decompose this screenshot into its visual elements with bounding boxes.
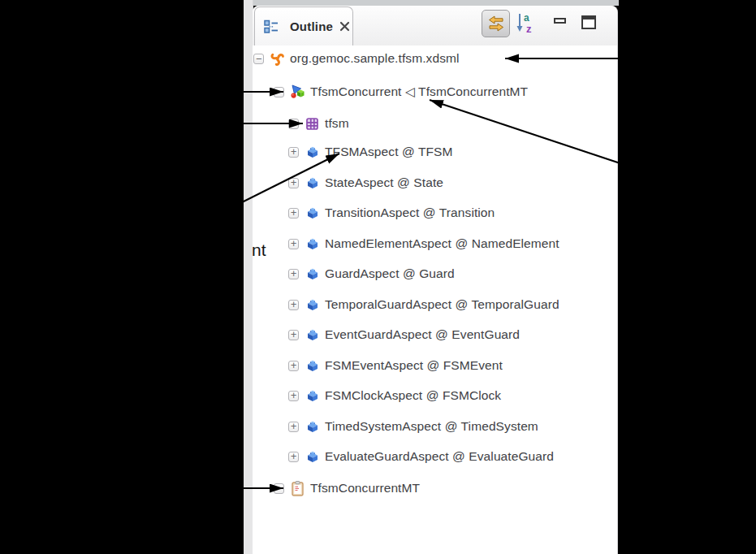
aspect-icon: [305, 449, 320, 465]
expand-toggle[interactable]: [288, 119, 299, 129]
tree-item-label: TemporalGuardAspect @ TemporalGuard: [325, 297, 559, 312]
tree-item[interactable]: + GuardAspect @ Guard: [288, 262, 455, 285]
tree-item[interactable]: − org.gemoc.sample.tfsm.xdsml: [253, 47, 460, 70]
sort-az-icon: a z: [515, 11, 536, 37]
view-tabbar: Outline: [253, 6, 617, 45]
tree-item[interactable]: + NamedElementAspect @ NamedElement: [288, 232, 559, 255]
tree-item[interactable]: TfsmConcurrentMT: [274, 477, 420, 500]
tree-item[interactable]: tfsm: [288, 112, 349, 135]
tab-outline[interactable]: Outline: [254, 6, 353, 45]
partial-annotation-label: nt: [252, 240, 266, 260]
tree-item-label: tfsm: [325, 116, 349, 131]
tree-item-label: EventGuardAspect @ EventGuard: [325, 327, 520, 342]
aspect-icon: [305, 388, 320, 404]
tree-item-label: FSMEventAspect @ FSMEvent: [325, 358, 503, 373]
concurrent-engine-icon: [290, 84, 305, 100]
expand-toggle[interactable]: +: [288, 300, 299, 310]
aspect-icon: [305, 206, 320, 221]
gemoc-xdsml-icon: [270, 51, 285, 67]
screenshot-stage: Outline a z: [0, 0, 756, 554]
tree-item[interactable]: + StateAspect @ State: [288, 171, 443, 194]
aspect-icon: [305, 175, 320, 191]
link-with-editor-icon: [487, 15, 505, 32]
aspect-icon: [305, 145, 320, 160]
expand-toggle[interactable]: [274, 87, 284, 97]
tree-item-label: NamedElementAspect @ NamedElement: [325, 236, 559, 251]
window-top-strip: [244, 0, 619, 6]
tree-item[interactable]: + FSMClockAspect @ FSMClock: [288, 384, 501, 407]
aspect-icon: [305, 297, 320, 313]
aspect-icon: [305, 419, 320, 435]
outline-tree-icon: [263, 19, 279, 34]
tab-outline-label: Outline: [290, 19, 333, 33]
aspect-icon: [305, 358, 320, 374]
tree-item-label: TFSMAspect @ TFSM: [325, 145, 453, 159]
tree-item[interactable]: + TFSMAspect @ TFSM: [288, 141, 453, 163]
expand-toggle[interactable]: +: [288, 452, 299, 462]
tree-item-label: GuardAspect @ Guard: [325, 266, 455, 281]
svg-text:z: z: [526, 23, 532, 35]
epackage-icon: [305, 116, 320, 132]
svg-text:a: a: [524, 12, 529, 24]
tree-item-label: TfsmConcurrentMT: [310, 481, 420, 496]
maximize-icon[interactable]: [581, 15, 596, 29]
tree-item-label: org.gemoc.sample.tfsm.xdsml: [290, 51, 460, 66]
expand-toggle[interactable]: +: [288, 391, 299, 401]
aspect-icon: [305, 327, 320, 343]
expand-toggle[interactable]: +: [288, 269, 299, 279]
expand-toggle[interactable]: +: [288, 330, 299, 340]
expand-toggle[interactable]: +: [288, 208, 299, 219]
tree-item[interactable]: TfsmConcurrent ◁ TfsmConcurrentMT: [274, 80, 528, 103]
link-with-editor-button[interactable]: [482, 10, 510, 37]
tree-item[interactable]: + EventGuardAspect @ EventGuard: [288, 323, 520, 346]
tree-item[interactable]: + FSMEventAspect @ FSMEvent: [288, 354, 503, 377]
tree-item-label: TransitionAspect @ Transition: [325, 206, 495, 220]
expand-toggle[interactable]: +: [288, 178, 299, 188]
aspect-icon: [305, 236, 320, 252]
tree-item-label: FSMClockAspect @ FSMClock: [325, 388, 501, 403]
close-icon[interactable]: [339, 21, 350, 32]
expand-toggle[interactable]: −: [253, 54, 264, 64]
expand-toggle[interactable]: +: [288, 422, 299, 432]
aspect-icon: [305, 266, 320, 282]
expand-toggle[interactable]: +: [288, 147, 299, 158]
tree-item-label: StateAspect @ State: [325, 175, 443, 190]
expand-toggle[interactable]: +: [288, 239, 299, 249]
minimize-icon[interactable]: [554, 18, 566, 24]
tree-item[interactable]: + TimedSystemAspect @ TimedSystem: [288, 415, 538, 438]
expand-toggle[interactable]: [274, 483, 284, 494]
tree-item-label: EvaluateGuardAspect @ EvaluateGuard: [325, 449, 554, 464]
tree-item-label: TimedSystemAspect @ TimedSystem: [325, 419, 538, 434]
sort-alphabetically-button[interactable]: a z: [515, 11, 536, 37]
tree-item[interactable]: + EvaluateGuardAspect @ EvaluateGuard: [288, 445, 554, 468]
tree-item-label: TfsmConcurrent ◁ TfsmConcurrentMT: [310, 84, 528, 99]
expand-toggle[interactable]: +: [288, 361, 299, 371]
mt-clipboard-icon: [290, 481, 305, 496]
tree-item[interactable]: + TransitionAspect @ Transition: [288, 201, 495, 224]
tree-item[interactable]: + TemporalGuardAspect @ TemporalGuard: [288, 293, 559, 316]
